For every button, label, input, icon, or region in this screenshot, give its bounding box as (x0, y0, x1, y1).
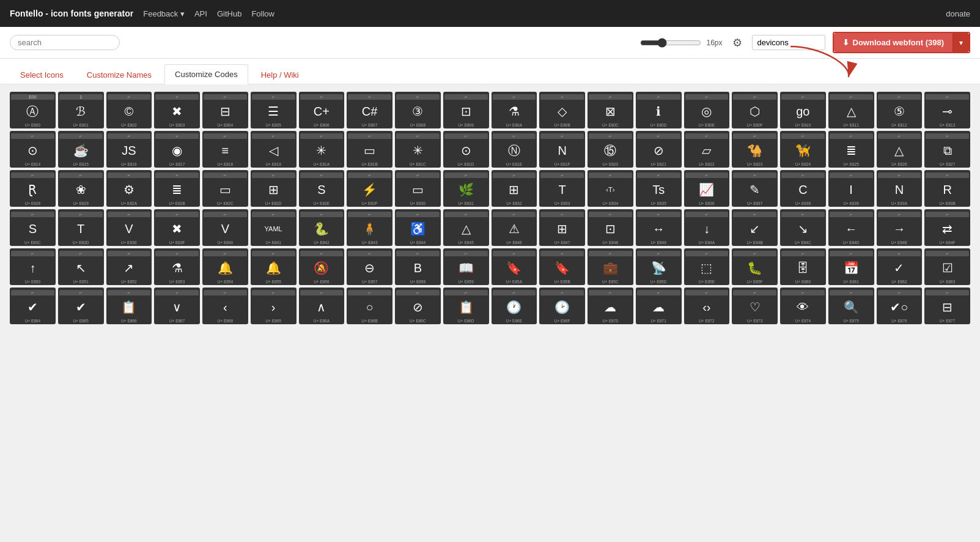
icon-card[interactable]: ⌐→U+ E84E (877, 209, 923, 246)
icon-card[interactable]: ⌐VU+ E83E (106, 209, 152, 246)
icon-card[interactable]: ⌐👁U+ E874 (780, 288, 826, 324)
icon-card[interactable]: ⌐‹U+ E868 (202, 288, 248, 324)
icon-card[interactable]: ⌐📅U+ E861 (828, 248, 874, 285)
icon-card[interactable]: ⌐♡U+ E873 (732, 288, 778, 324)
icon-card[interactable]: ⌐▭U+ E830 (395, 170, 441, 207)
icon-card[interactable]: ⌐›U+ E869 (251, 288, 297, 324)
icon-card[interactable]: ⌐⊡U+ E848 (588, 209, 633, 246)
icon-card[interactable]: ⌐∨U+ E867 (154, 288, 200, 324)
tab-select-icons[interactable]: Select Icons (10, 65, 74, 84)
icon-card[interactable]: ⌐▭U+ E82C (202, 170, 248, 207)
icon-card[interactable]: ⌐◇U+ E80B (539, 92, 585, 128)
icon-card[interactable]: ⌐🐪U+ E823 (732, 131, 778, 168)
download-button[interactable]: ⬇ Download webfont (398) (834, 33, 953, 52)
icon-card[interactable]: ⌐③U+ E808 (395, 92, 441, 128)
icon-card[interactable]: ⌐↓U+ E84A (684, 209, 730, 246)
icon-card[interactable]: ⌐↑U+ E850 (10, 248, 56, 285)
icon-card[interactable]: ⌐🔍U+ E875 (828, 288, 874, 324)
icon-card[interactable]: ⌐⊞U+ E82D (251, 170, 297, 207)
icon-card[interactable]: ⌐🔔U+ E855 (251, 248, 297, 285)
icon-card[interactable]: ⌐📋U+ E866 (106, 288, 152, 324)
icon-card[interactable]: ⌐🔖U+ E85A (492, 248, 537, 285)
icon-card[interactable]: ⌐📈U+ E836 (684, 170, 730, 207)
settings-icon[interactable]: ⚙ (730, 34, 745, 52)
icon-card[interactable]: ⌐△U+ E845 (443, 209, 489, 246)
icon-card[interactable]: ⌐⊟U+ E804 (202, 92, 248, 128)
icon-card[interactable]: ⌐🕑U+ E86F (539, 288, 585, 324)
icon-card[interactable]: ⌐🔖U+ E85B (539, 248, 585, 285)
icon-card[interactable]: ⌐⊘U+ E821 (636, 131, 682, 168)
icon-card[interactable]: ⌐BU+ E858 (395, 248, 441, 285)
icon-card[interactable]: ⌐JSU+ E816 (106, 131, 152, 168)
icon-card[interactable]: ⌐🐍U+ E842 (299, 209, 345, 246)
icon-card[interactable]: ⌐✖U+ E83F (154, 209, 200, 246)
icon-card[interactable]: ⌐ⓃU+ E81E (492, 131, 537, 168)
icon-card[interactable]: ⌐◎U+ E80E (684, 92, 730, 128)
icon-card[interactable]: ⌐≣U+ E82B (154, 170, 200, 207)
icon-card[interactable]: ⌐☑U+ E863 (924, 248, 970, 285)
icon-card[interactable]: ⌐SU+ E83C (10, 209, 56, 246)
follow-link[interactable]: Follow (251, 9, 274, 18)
icon-card[interactable]: ⌐⚗U+ E80A (492, 92, 537, 128)
icon-card[interactable]: ⌐◉U+ E817 (154, 131, 200, 168)
icon-card[interactable]: ⌐⊡U+ E809 (443, 92, 489, 128)
icon-card[interactable]: ⌐⚗U+ E853 (154, 248, 200, 285)
icon-card[interactable]: ⌐⬚U+ E85E (684, 248, 730, 285)
icon-card[interactable]: ⌐▱U+ E822 (684, 131, 730, 168)
icon-card[interactable]: ⌐≡U+ E818 (202, 131, 248, 168)
icon-card[interactable]: ⌐⊠U+ E80C (588, 92, 633, 128)
icon-card[interactable]: ⌐✔U+ E864 (10, 288, 56, 324)
icon-card[interactable]: ⌐C+U+ E806 (299, 92, 345, 128)
icon-card[interactable]: ⌐⇄U+ E84F (924, 209, 970, 246)
icon-card[interactable]: ⌐✎U+ E837 (732, 170, 778, 207)
font-name-input[interactable] (752, 35, 825, 50)
icon-card[interactable]: ⌐🧍U+ E843 (347, 209, 392, 246)
icon-card[interactable]: ⌐⊘U+ E86C (395, 288, 441, 324)
icon-card[interactable]: ⌐⊸U+ E813 (924, 92, 970, 128)
icon-card[interactable]: ⌐☁U+ E870 (588, 288, 633, 324)
api-link[interactable]: API (194, 9, 207, 18)
icon-card[interactable]: ⌐⚡U+ E82F (347, 170, 392, 207)
icon-card[interactable]: 1ℬU+ E801 (58, 92, 104, 128)
tab-help-wiki[interactable]: Help / Wiki (251, 65, 309, 84)
icon-card[interactable]: ⌐✖U+ E803 (154, 92, 200, 128)
icon-card[interactable]: ⌐CU+ E838 (780, 170, 826, 207)
icon-card[interactable]: ⌐‹›U+ E872 (684, 288, 730, 324)
icon-card[interactable]: ⌐▭U+ E81B (347, 131, 392, 168)
icon-card[interactable]: ⌐🔕U+ E856 (299, 248, 345, 285)
icon-card[interactable]: ⌐©U+ E802 (106, 92, 152, 128)
icon-card[interactable]: ⌐SU+ E82E (299, 170, 345, 207)
icon-card[interactable]: ⌐⬡U+ E80F (732, 92, 778, 128)
icon-card[interactable]: ⌐↗U+ E852 (106, 248, 152, 285)
icon-card[interactable]: ⌐🌿U+ E831 (443, 170, 489, 207)
icon-card[interactable]: ⌐←U+ E84D (828, 209, 874, 246)
feedback-link[interactable]: Feedback ▾ (143, 9, 185, 18)
icon-card[interactable]: ⌐⚙U+ E82A (106, 170, 152, 207)
icon-card[interactable]: ⌐NU+ E81F (539, 131, 585, 168)
icon-card[interactable]: ⌐◁U+ E819 (251, 131, 297, 168)
icon-card[interactable]: ⌐⊞U+ E832 (492, 170, 537, 207)
icon-card[interactable]: ⌐TU+ E833 (539, 170, 585, 207)
search-input[interactable] (10, 35, 120, 50)
icon-card[interactable]: ⌐❀U+ E829 (58, 170, 104, 207)
icon-card[interactable]: ⌐‹T›U+ E834 (588, 170, 633, 207)
icon-card[interactable]: ⌐🗄U+ E860 (780, 248, 826, 285)
icon-card[interactable]: ⌐✓U+ E862 (877, 248, 923, 285)
tab-customize-names[interactable]: Customize Names (76, 65, 162, 84)
icon-card[interactable]: ⌐RU+ E83B (924, 170, 970, 207)
icon-card[interactable]: ⌐⚠U+ E846 (492, 209, 537, 246)
icon-card[interactable]: ⌐VU+ E840 (202, 209, 248, 246)
icon-card[interactable]: ⌐⊙U+ E814 (10, 131, 56, 168)
icon-card[interactable]: ⌐♿U+ E844 (395, 209, 441, 246)
icon-card[interactable]: ⌐△U+ E811 (828, 92, 874, 128)
icon-card[interactable]: ⌐✔U+ E865 (58, 288, 104, 324)
icon-card[interactable]: ⌐TsU+ E835 (636, 170, 682, 207)
icon-card[interactable]: ⌐○U+ E86B (347, 288, 392, 324)
icon-card[interactable]: ⌐📖U+ E859 (443, 248, 489, 285)
icon-card[interactable]: ⌐🔔U+ E854 (202, 248, 248, 285)
icon-card[interactable]: ⌐⊖U+ E857 (347, 248, 392, 285)
icon-card[interactable]: ⌐☕U+ E815 (58, 131, 104, 168)
icon-card[interactable]: ⌐↙U+ E84B (732, 209, 778, 246)
icon-card[interactable]: ⌐↔U+ E849 (636, 209, 682, 246)
icon-card[interactable]: ⌐📋U+ E86D (443, 288, 489, 324)
